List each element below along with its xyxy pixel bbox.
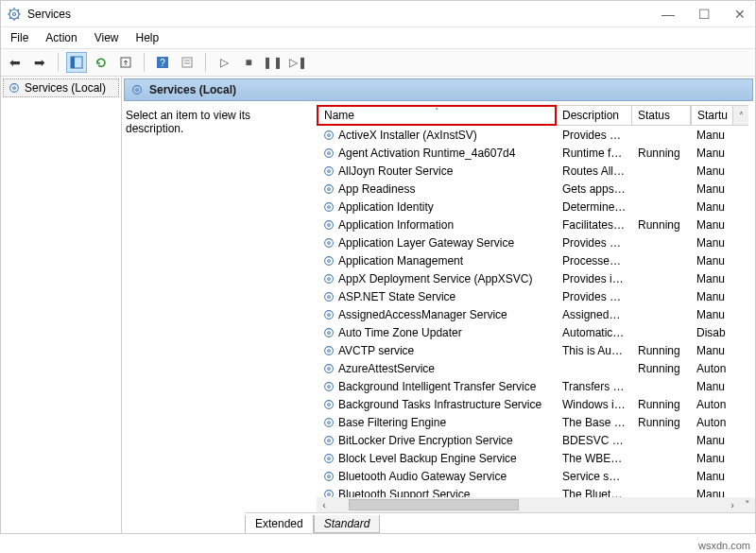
restart-service-button[interactable]: ▷❚	[287, 52, 308, 73]
scroll-left-icon: ‹	[317, 499, 332, 510]
service-name-cell: Background Intelligent Transfer Service	[317, 380, 557, 393]
column-name-label: Name	[324, 109, 354, 122]
service-status-cell: Running	[632, 362, 691, 375]
service-row[interactable]: Application Layer Gateway ServiceProvide…	[317, 233, 755, 251]
back-button[interactable]: ⬅	[5, 52, 26, 73]
content-row: Select an item to view its description. …	[122, 103, 755, 512]
service-description-cell: Gets apps re...	[557, 182, 632, 196]
svg-point-43	[328, 313, 331, 316]
svg-point-52	[325, 400, 334, 408]
service-row[interactable]: AllJoyn Router ServiceRoutes AllJo...Man…	[317, 162, 755, 180]
service-startup-cell: Manu	[691, 254, 733, 268]
svg-point-54	[325, 418, 334, 426]
help-button[interactable]: ?	[152, 52, 173, 73]
service-name: Auto Time Zone Updater	[338, 326, 462, 339]
close-button[interactable]: ✕	[730, 7, 749, 22]
column-description[interactable]: Description	[557, 105, 632, 126]
service-row[interactable]: AssignedAccessManager ServiceAssignedAc.…	[317, 305, 755, 323]
service-name: ASP.NET State Service	[338, 290, 455, 303]
properties-button[interactable]	[177, 52, 198, 73]
gear-icon	[322, 129, 335, 142]
svg-point-39	[328, 277, 331, 280]
service-row[interactable]: Base Filtering EngineThe Base Fil...Runn…	[317, 413, 755, 431]
body-split: Services (Local) Services (Local) Select…	[1, 77, 755, 533]
refresh-button[interactable]	[91, 52, 112, 73]
service-row[interactable]: ASP.NET State ServiceProvides su...Manu	[317, 287, 755, 305]
service-row[interactable]: Background Tasks Infrastructure ServiceW…	[317, 395, 755, 413]
service-name-cell: Background Tasks Infrastructure Service	[317, 398, 557, 411]
service-startup-cell: Auton	[691, 398, 733, 411]
gear-icon	[322, 416, 335, 429]
menu-action[interactable]: Action	[45, 31, 77, 44]
service-name: App Readiness	[338, 182, 415, 196]
service-row[interactable]: Agent Activation Runtime_4a607d4Runtime …	[317, 144, 755, 162]
service-name: Background Tasks Infrastructure Service	[338, 398, 541, 411]
column-startup[interactable]: Startu	[691, 105, 733, 126]
service-row[interactable]: Application IdentityDetermines ...Manu	[317, 198, 755, 216]
pane-header-title: Services (Local)	[149, 83, 236, 96]
start-service-button[interactable]: ▷	[214, 52, 234, 73]
scroll-up-button[interactable]: ˄	[733, 105, 748, 126]
sort-ascending-icon: ˄	[435, 107, 439, 116]
service-name-cell: AVCTP service	[317, 344, 557, 357]
pause-service-button[interactable]: ❚❚	[263, 52, 284, 73]
service-row[interactable]: Background Intelligent Transfer ServiceT…	[317, 377, 755, 395]
show-hide-tree-button[interactable]	[66, 52, 87, 73]
maximize-button[interactable]: ☐	[695, 7, 713, 22]
service-name-cell: Base Filtering Engine	[317, 416, 557, 429]
horizontal-scrollbar[interactable]: ‹ › ˅	[317, 497, 755, 512]
service-description-cell: Provides su...	[557, 290, 632, 303]
column-startup-label: Startu	[697, 109, 728, 122]
service-row[interactable]: Bluetooth Audio Gateway ServiceService s…	[317, 467, 755, 485]
svg-point-25	[328, 151, 331, 154]
column-status[interactable]: Status	[632, 105, 691, 126]
svg-text:?: ?	[160, 58, 165, 68]
tab-extended[interactable]: Extended	[245, 515, 314, 533]
svg-point-59	[328, 457, 331, 459]
minimize-button[interactable]: —	[659, 7, 678, 22]
service-row[interactable]: Block Level Backup Engine ServiceThe WBE…	[317, 449, 755, 467]
gear-icon	[322, 488, 335, 498]
service-name: Application Identity	[338, 200, 434, 214]
export-button[interactable]	[115, 52, 136, 73]
service-row[interactable]: BitLocker Drive Encryption ServiceBDESVC…	[317, 431, 755, 449]
service-name: ActiveX Installer (AxInstSV)	[338, 129, 477, 142]
service-row[interactable]: Application InformationFacilitates t...R…	[317, 216, 755, 233]
svg-point-23	[328, 133, 331, 136]
gear-icon	[322, 254, 335, 268]
svg-point-63	[328, 493, 331, 495]
refresh-icon	[94, 56, 108, 69]
tab-standard-label: Standard	[324, 517, 370, 530]
service-row[interactable]: Bluetooth Support ServiceThe Bluetoo...M…	[317, 485, 755, 497]
service-name-cell: Bluetooth Support Service	[317, 488, 557, 498]
forward-button[interactable]: ➡	[29, 52, 50, 73]
service-description-cell: Provides inf...	[557, 272, 632, 285]
menu-file[interactable]: File	[10, 31, 28, 44]
svg-rect-15	[182, 58, 192, 67]
service-row[interactable]: AppX Deployment Service (AppXSVC)Provide…	[317, 269, 755, 287]
menubar: File Action View Help	[1, 27, 755, 48]
gear-icon	[8, 81, 21, 95]
service-row[interactable]: App ReadinessGets apps re...Manu	[317, 180, 755, 198]
description-prompt: Select an item to view its description.	[126, 109, 250, 135]
svg-point-1	[13, 12, 16, 15]
nav-services-local[interactable]: Services (Local)	[3, 78, 119, 97]
menu-view[interactable]: View	[94, 31, 119, 44]
gear-icon	[322, 326, 335, 339]
tab-standard[interactable]: Standard	[314, 515, 381, 533]
column-name[interactable]: ˄ Name	[317, 105, 557, 126]
svg-point-22	[325, 130, 334, 139]
service-row[interactable]: ActiveX Installer (AxInstSV)Provides Us.…	[317, 126, 755, 144]
service-row[interactable]: Application ManagementProcesses in...Man…	[317, 251, 755, 269]
service-row[interactable]: AVCTP serviceThis is Audi...RunningManu	[317, 341, 755, 359]
scroll-down-icon: ˅	[740, 499, 755, 511]
menu-help[interactable]: Help	[136, 31, 160, 44]
service-row[interactable]: Auto Time Zone UpdaterAutomatica...Disab	[317, 323, 755, 341]
service-row[interactable]: AzureAttestServiceRunningAuton	[317, 359, 755, 377]
stop-service-button[interactable]: ■	[238, 52, 259, 73]
scrollbar-thumb[interactable]	[349, 499, 519, 510]
services-icon	[7, 7, 22, 22]
service-startup-cell: Manu	[691, 147, 733, 160]
gear-icon	[130, 83, 144, 96]
svg-point-29	[328, 187, 331, 190]
